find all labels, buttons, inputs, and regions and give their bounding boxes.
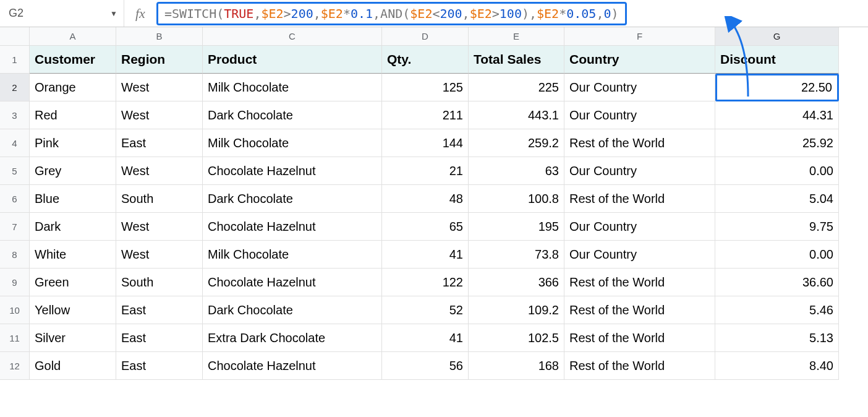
header-cell-B[interactable]: Region bbox=[116, 46, 203, 74]
cell-E11[interactable]: 102.5 bbox=[469, 324, 564, 352]
cell-B10[interactable]: East bbox=[116, 296, 203, 324]
fx-icon[interactable]: fx bbox=[124, 0, 156, 27]
cell-G7[interactable]: 9.75 bbox=[715, 213, 839, 241]
cell-F3[interactable]: Our Country bbox=[564, 101, 715, 129]
column-header-A[interactable]: A bbox=[30, 27, 116, 46]
cell-A7[interactable]: Dark bbox=[30, 213, 116, 241]
row-header-10[interactable]: 10 bbox=[0, 296, 30, 324]
cell-E7[interactable]: 195 bbox=[469, 213, 564, 241]
cell-C9[interactable]: Chocolate Hazelnut bbox=[203, 269, 382, 296]
row-header-1[interactable]: 1 bbox=[0, 46, 30, 74]
cell-A6[interactable]: Blue bbox=[30, 185, 116, 213]
cell-G3[interactable]: 44.31 bbox=[715, 101, 839, 129]
cell-A4[interactable]: Pink bbox=[30, 129, 116, 157]
cell-A3[interactable]: Red bbox=[30, 101, 116, 129]
cell-B2[interactable]: West bbox=[116, 74, 203, 101]
cell-D7[interactable]: 65 bbox=[382, 213, 469, 241]
column-header-D[interactable]: D bbox=[382, 27, 469, 46]
header-cell-A[interactable]: Customer bbox=[30, 46, 116, 74]
row-header-4[interactable]: 4 bbox=[0, 129, 30, 157]
cell-C8[interactable]: Milk Chocolate bbox=[203, 241, 382, 269]
cell-F12[interactable]: Rest of the World bbox=[564, 352, 715, 380]
cell-B8[interactable]: West bbox=[116, 241, 203, 269]
column-header-E[interactable]: E bbox=[469, 27, 564, 46]
cell-F10[interactable]: Rest of the World bbox=[564, 296, 715, 324]
cell-G9[interactable]: 36.60 bbox=[715, 269, 839, 296]
cell-D4[interactable]: 144 bbox=[382, 129, 469, 157]
cell-A12[interactable]: Gold bbox=[30, 352, 116, 380]
cell-B7[interactable]: West bbox=[116, 213, 203, 241]
cell-A10[interactable]: Yellow bbox=[30, 296, 116, 324]
cell-D11[interactable]: 41 bbox=[382, 324, 469, 352]
name-box[interactable]: G2 ▼ bbox=[0, 0, 124, 27]
cell-A8[interactable]: White bbox=[30, 241, 116, 269]
cell-B3[interactable]: West bbox=[116, 101, 203, 129]
cell-E5[interactable]: 63 bbox=[469, 157, 564, 185]
cell-B11[interactable]: East bbox=[116, 324, 203, 352]
cell-F11[interactable]: Rest of the World bbox=[564, 324, 715, 352]
cell-A5[interactable]: Grey bbox=[30, 157, 116, 185]
cell-B9[interactable]: South bbox=[116, 269, 203, 296]
header-cell-C[interactable]: Product bbox=[203, 46, 382, 74]
cell-G6[interactable]: 5.04 bbox=[715, 185, 839, 213]
cell-E9[interactable]: 366 bbox=[469, 269, 564, 296]
cell-D9[interactable]: 122 bbox=[382, 269, 469, 296]
cell-G5[interactable]: 0.00 bbox=[715, 157, 839, 185]
cell-G8[interactable]: 0.00 bbox=[715, 241, 839, 269]
cell-G11[interactable]: 5.13 bbox=[715, 324, 839, 352]
cell-C7[interactable]: Chocolate Hazelnut bbox=[203, 213, 382, 241]
cell-E10[interactable]: 109.2 bbox=[469, 296, 564, 324]
cell-A9[interactable]: Green bbox=[30, 269, 116, 296]
cell-D5[interactable]: 21 bbox=[382, 157, 469, 185]
cell-B6[interactable]: South bbox=[116, 185, 203, 213]
cell-D6[interactable]: 48 bbox=[382, 185, 469, 213]
cell-G12[interactable]: 8.40 bbox=[715, 352, 839, 380]
cell-A11[interactable]: Silver bbox=[30, 324, 116, 352]
cell-C6[interactable]: Dark Chocolate bbox=[203, 185, 382, 213]
cell-D8[interactable]: 41 bbox=[382, 241, 469, 269]
cell-E2[interactable]: 225 bbox=[469, 74, 564, 101]
row-header-9[interactable]: 9 bbox=[0, 269, 30, 296]
cell-F6[interactable]: Rest of the World bbox=[564, 185, 715, 213]
cell-G10[interactable]: 5.46 bbox=[715, 296, 839, 324]
row-header-7[interactable]: 7 bbox=[0, 213, 30, 241]
cell-C4[interactable]: Milk Chocolate bbox=[203, 129, 382, 157]
cell-C5[interactable]: Chocolate Hazelnut bbox=[203, 157, 382, 185]
cell-C12[interactable]: Chocolate Hazelnut bbox=[203, 352, 382, 380]
cell-F7[interactable]: Our Country bbox=[564, 213, 715, 241]
row-header-11[interactable]: 11 bbox=[0, 324, 30, 352]
cell-B5[interactable]: West bbox=[116, 157, 203, 185]
select-all-corner[interactable] bbox=[0, 27, 30, 46]
cell-D12[interactable]: 56 bbox=[382, 352, 469, 380]
row-header-12[interactable]: 12 bbox=[0, 352, 30, 380]
header-cell-F[interactable]: Country bbox=[564, 46, 715, 74]
row-header-8[interactable]: 8 bbox=[0, 241, 30, 269]
formula-input[interactable]: =SWITCH(TRUE,$E2>200,$E2*0.1,AND($E2<200… bbox=[156, 2, 627, 25]
cell-C3[interactable]: Dark Chocolate bbox=[203, 101, 382, 129]
cell-G4[interactable]: 25.92 bbox=[715, 129, 839, 157]
column-header-C[interactable]: C bbox=[203, 27, 382, 46]
cell-D2[interactable]: 125 bbox=[382, 74, 469, 101]
cell-F4[interactable]: Rest of the World bbox=[564, 129, 715, 157]
cell-G2[interactable]: 22.50 bbox=[715, 74, 839, 101]
cell-F9[interactable]: Rest of the World bbox=[564, 269, 715, 296]
cell-B4[interactable]: East bbox=[116, 129, 203, 157]
cell-E4[interactable]: 259.2 bbox=[469, 129, 564, 157]
cell-B12[interactable]: East bbox=[116, 352, 203, 380]
row-header-3[interactable]: 3 bbox=[0, 101, 30, 129]
column-header-B[interactable]: B bbox=[116, 27, 203, 46]
row-header-5[interactable]: 5 bbox=[0, 157, 30, 185]
cell-F5[interactable]: Our Country bbox=[564, 157, 715, 185]
row-header-6[interactable]: 6 bbox=[0, 185, 30, 213]
column-header-G[interactable]: G bbox=[715, 27, 839, 46]
cell-C10[interactable]: Dark Chocolate bbox=[203, 296, 382, 324]
cell-E8[interactable]: 73.8 bbox=[469, 241, 564, 269]
cell-F2[interactable]: Our Country bbox=[564, 74, 715, 101]
column-header-F[interactable]: F bbox=[564, 27, 715, 46]
header-cell-E[interactable]: Total Sales bbox=[469, 46, 564, 74]
chevron-down-icon[interactable]: ▼ bbox=[110, 9, 117, 18]
cell-D10[interactable]: 52 bbox=[382, 296, 469, 324]
cell-D3[interactable]: 211 bbox=[382, 101, 469, 129]
cell-A2[interactable]: Orange bbox=[30, 74, 116, 101]
header-cell-G[interactable]: Discount bbox=[715, 46, 839, 74]
